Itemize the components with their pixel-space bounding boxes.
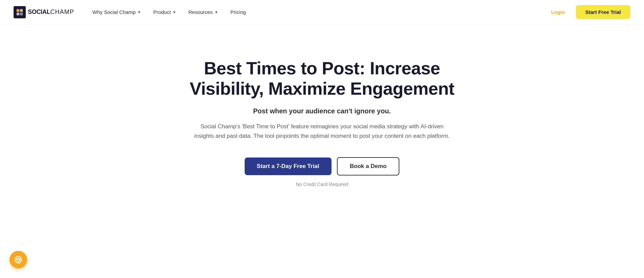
book-demo-button[interactable]: Book a Demo xyxy=(337,157,400,175)
nav-right: Login Start Free Trial xyxy=(546,5,630,19)
logo-icon xyxy=(14,6,26,18)
svg-rect-2 xyxy=(17,12,19,15)
login-button[interactable]: Login xyxy=(546,6,570,18)
logo[interactable]: SOCIALCHAMP xyxy=(14,6,74,18)
no-credit-card-label: No Credit Card Required xyxy=(296,182,348,187)
nav-links: Why Social Champ ▼ Product ▼ Resources ▼… xyxy=(88,6,546,18)
svg-rect-3 xyxy=(20,12,23,15)
hero-section: Best Times to Post: Increase Visibility,… xyxy=(169,24,475,214)
logo-text: SOCIALCHAMP xyxy=(28,8,74,16)
hero-description: Social Champ's 'Best Time to Post' featu… xyxy=(193,122,451,141)
hero-title: Best Times to Post: Increase Visibility,… xyxy=(183,58,461,99)
chevron-down-icon: ▼ xyxy=(172,10,176,14)
chat-support-widget[interactable] xyxy=(10,251,27,268)
navbar: SOCIALCHAMP Why Social Champ ▼ Product ▼… xyxy=(0,0,644,24)
nav-item-resources[interactable]: Resources ▼ xyxy=(184,6,223,18)
start-free-trial-button[interactable]: Start Free Trial xyxy=(576,5,630,19)
hero-subtitle: Post when your audience can't ignore you… xyxy=(253,107,391,115)
chevron-down-icon: ▼ xyxy=(214,10,218,14)
svg-point-5 xyxy=(18,262,19,263)
nav-item-why-social-champ[interactable]: Why Social Champ ▼ xyxy=(88,6,146,18)
nav-item-product[interactable]: Product ▼ xyxy=(149,6,181,18)
hero-cta-group: Start a 7-Day Free Trial Book a Demo xyxy=(245,157,400,175)
nav-item-pricing[interactable]: Pricing xyxy=(226,6,251,18)
svg-rect-0 xyxy=(17,9,19,12)
chevron-down-icon: ▼ xyxy=(137,10,141,14)
start-trial-cta-button[interactable]: Start a 7-Day Free Trial xyxy=(245,157,332,175)
svg-rect-1 xyxy=(20,9,23,12)
